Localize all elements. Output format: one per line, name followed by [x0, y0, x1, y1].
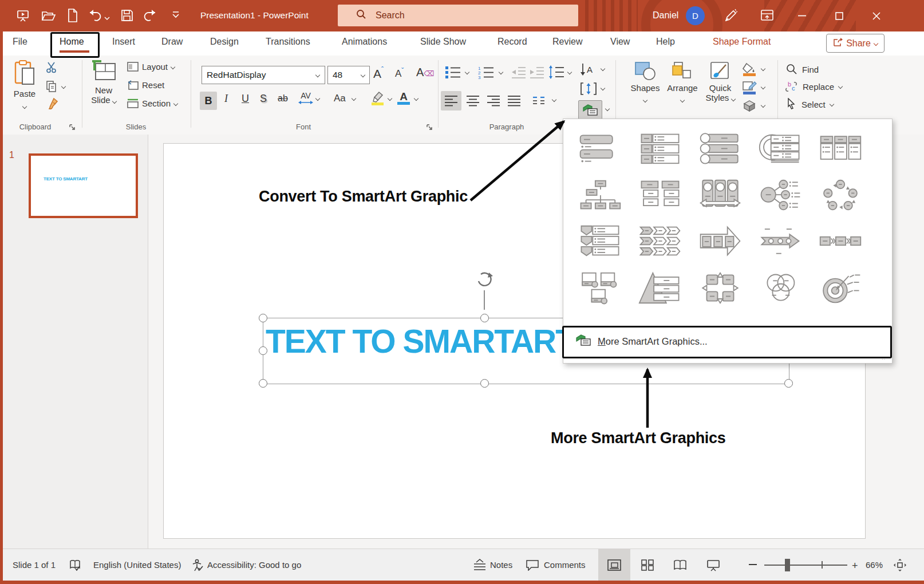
shape-outline-button[interactable] [742, 81, 757, 97]
decrease-font-size-button[interactable]: Aˇ [395, 67, 404, 80]
smartart-layout-titled-picture-blocks[interactable] [576, 270, 624, 306]
text-direction-chevron-icon[interactable] [601, 66, 605, 71]
text-direction-button[interactable]: A [580, 62, 597, 78]
smartart-layout-nested-target[interactable] [816, 270, 864, 306]
numbering-chevron-icon[interactable] [499, 70, 503, 74]
handle-bottom-middle[interactable] [480, 379, 489, 388]
smartart-layout-vertical-box-list[interactable] [636, 130, 684, 167]
smartart-layout-matrix-cycle[interactable] [696, 270, 744, 306]
undo-icon[interactable] [87, 9, 102, 25]
comments-icon[interactable] [526, 559, 539, 573]
tab-design[interactable]: Design [210, 37, 239, 47]
character-spacing-chevron-icon[interactable] [315, 96, 320, 101]
accessibility-status[interactable]: Accessibility: Good to go [207, 560, 301, 570]
normal-view-button[interactable] [598, 549, 630, 581]
columns-chevron-icon[interactable] [552, 97, 556, 102]
smartart-layout-circle-accent-timeline[interactable] [756, 223, 804, 259]
italic-button[interactable]: I [224, 93, 228, 105]
align-text-chevron-icon[interactable] [601, 86, 605, 90]
font-color-chevron-icon[interactable] [414, 96, 418, 101]
strikethrough-button[interactable]: ab [278, 93, 288, 104]
line-spacing-button[interactable] [548, 65, 564, 81]
language-indicator[interactable]: English (United States) [93, 560, 181, 570]
search-input[interactable] [374, 10, 560, 21]
tab-shape-format[interactable]: Shape Format [713, 37, 771, 47]
quick-styles-button[interactable]: Quick Styles [703, 61, 737, 102]
close-button[interactable] [863, 0, 890, 31]
rotate-handle-icon[interactable] [475, 271, 495, 290]
increase-font-size-button[interactable]: Aˆ [373, 66, 384, 81]
font-size-combobox[interactable]: 48 [327, 66, 370, 84]
font-dialog-launcher[interactable] [426, 123, 434, 131]
spellcheck-icon[interactable] [69, 559, 81, 573]
smartart-layout-stacked-list[interactable] [756, 130, 804, 167]
feedback-pen-icon[interactable] [722, 8, 739, 26]
tab-record[interactable]: Record [497, 37, 527, 47]
line-spacing-chevron-icon[interactable] [567, 70, 572, 74]
align-right-button[interactable] [487, 94, 500, 109]
zoom-slider-handle[interactable] [785, 559, 790, 571]
smartart-layout-horizontal-multi-level-list[interactable] [816, 130, 864, 167]
tab-animations[interactable]: Animations [342, 37, 387, 47]
redo-icon[interactable] [143, 9, 158, 25]
zoom-out-button[interactable] [749, 564, 757, 565]
shape-fill-chevron-icon[interactable] [761, 66, 765, 71]
tab-home[interactable]: Home [60, 37, 84, 47]
convert-to-smartart-chevron-icon[interactable] [605, 106, 610, 111]
bold-button[interactable]: B [200, 92, 217, 110]
smartart-layout-basic-cycle[interactable] [816, 177, 864, 214]
tab-slide-show[interactable]: Slide Show [420, 37, 466, 47]
reading-view-button[interactable] [664, 549, 696, 581]
tab-help[interactable]: Help [656, 37, 675, 47]
more-smartart-graphics-menu-item[interactable]: More SmartArt Graphics... [563, 326, 891, 356]
layout-button[interactable]: Layout [127, 62, 175, 72]
shape-effects-button[interactable] [742, 99, 757, 114]
tab-view[interactable]: View [610, 37, 630, 47]
comments-button[interactable]: Comments [544, 560, 586, 570]
zoom-in-button[interactable]: + [852, 560, 858, 572]
text-shadow-button[interactable]: S [260, 93, 267, 105]
smartart-layout-arrow-process[interactable] [696, 223, 744, 259]
smartart-layout-sub-step-process[interactable] [636, 223, 684, 259]
bullets-chevron-icon[interactable] [465, 70, 469, 74]
slideshow-view-button[interactable] [697, 549, 729, 581]
tab-review[interactable]: Review [552, 37, 582, 47]
tab-draw[interactable]: Draw [161, 37, 183, 47]
smartart-layout-two-column-list[interactable] [636, 177, 684, 214]
maximize-button[interactable] [826, 0, 852, 31]
open-file-icon[interactable] [41, 10, 56, 25]
align-center-button[interactable] [466, 94, 480, 109]
accessibility-icon[interactable] [192, 559, 203, 573]
select-button[interactable]: Select [785, 98, 834, 111]
search-box[interactable] [338, 5, 578, 26]
arrange-button[interactable]: Arrange [664, 61, 701, 104]
customize-quick-access-icon[interactable] [172, 10, 180, 21]
new-file-icon[interactable] [66, 8, 79, 25]
decrease-indent-button[interactable] [511, 66, 526, 81]
slide-thumbnail[interactable]: TEXT TO SMARTART [29, 153, 138, 218]
clear-formatting-button[interactable]: A⌫ [416, 66, 435, 79]
ribbon-display-options-icon[interactable] [760, 9, 774, 24]
smartart-layout-chevron-accent-process[interactable] [816, 223, 864, 259]
zoom-slider-track[interactable] [764, 565, 847, 566]
user-name[interactable]: Daniel [653, 10, 678, 21]
copy-button[interactable] [46, 80, 57, 95]
text-highlight-button[interactable] [371, 91, 385, 108]
avatar[interactable]: D [686, 6, 705, 25]
convert-to-smartart-button[interactable] [578, 100, 602, 120]
replace-button[interactable]: b c Replace [784, 81, 842, 92]
start-slideshow-icon[interactable] [16, 9, 30, 25]
notes-icon[interactable] [473, 559, 487, 573]
shape-fill-button[interactable] [742, 62, 757, 78]
change-case-button[interactable]: Aa [334, 93, 346, 104]
shapes-button[interactable]: Shapes [627, 61, 664, 104]
new-slide-button[interactable]: New Slide [86, 60, 121, 105]
numbering-button[interactable]: 123 [478, 65, 494, 81]
font-name-combobox[interactable]: RedHatDisplay [202, 66, 325, 84]
fit-slide-to-window-icon[interactable] [893, 559, 907, 573]
font-color-button[interactable]: A [397, 90, 410, 105]
columns-button[interactable] [532, 94, 547, 109]
increase-indent-button[interactable] [530, 66, 544, 81]
text-highlight-chevron-icon[interactable] [388, 96, 392, 101]
slide-sorter-view-button[interactable] [631, 549, 664, 581]
